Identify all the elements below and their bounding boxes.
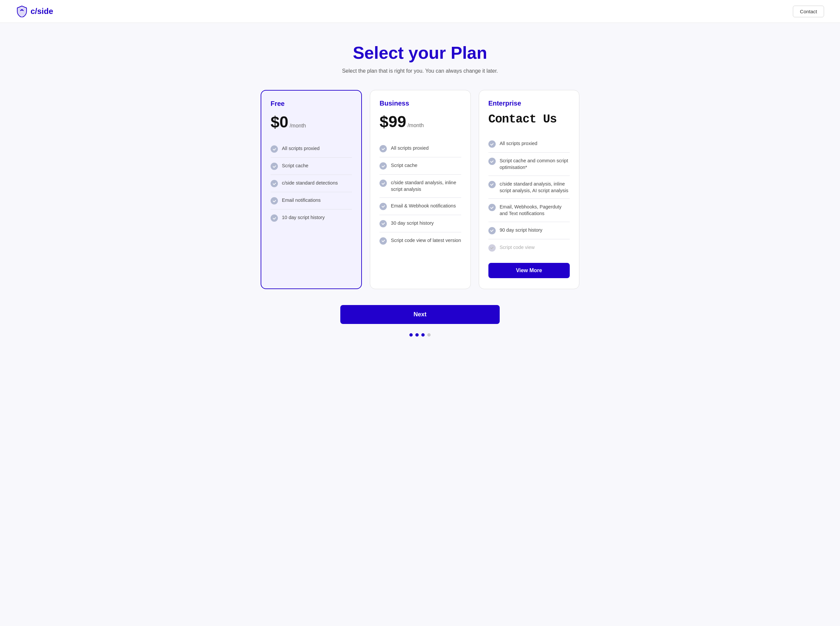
feature-item: Email notifications [271,192,352,210]
progress-dot-1 [409,333,413,336]
feature-check-icon [488,158,496,165]
plan-card-business[interactable]: Business$99/monthAll scripts proxiedScri… [370,90,470,289]
plans-container: Free$0/monthAll scripts proxiedScript ca… [261,90,579,289]
feature-item: Script cache [271,158,352,175]
feature-check-icon [488,244,496,252]
feature-item: Script code view [488,239,570,256]
feature-text: Email, Webhooks, Pagerduty and Text noti… [500,203,570,217]
feature-check-icon [379,180,387,187]
feature-check-icon [271,214,278,222]
feature-text: Script cache [282,162,309,169]
plan-price-free: $0/month [271,113,352,131]
view-more-button[interactable]: View More [488,263,570,278]
feature-item: Script cache and common script optimisat… [488,153,570,176]
plan-card-free[interactable]: Free$0/monthAll scripts proxiedScript ca… [261,90,362,289]
feature-item: All scripts proxied [271,141,352,158]
feature-item: Email, Webhooks, Pagerduty and Text noti… [488,199,570,222]
feature-text: 90 day script history [500,227,542,233]
plan-name-free: Free [271,100,352,108]
feature-check-icon [271,197,278,205]
features-list-enterprise: All scripts proxiedScript cache and comm… [488,135,570,256]
feature-check-icon [488,141,496,148]
feature-item: All scripts proxied [488,135,570,153]
feature-check-icon [271,180,278,187]
plan-price-enterprise: Contact Us [488,113,570,126]
feature-check-icon [379,162,387,170]
feature-item: Script code view of latest version [379,232,461,249]
feature-text: Script code view of latest version [391,237,461,244]
feature-check-icon [379,237,387,245]
feature-item: Email & Webhook notifications [379,198,461,215]
progress-dot-2 [415,333,418,336]
feature-text: c/side standard analysis, inline script … [500,181,570,194]
plan-card-enterprise[interactable]: EnterpriseContact UsAll scripts proxiedS… [479,90,579,289]
feature-check-icon [379,203,387,210]
main-content: Select your Plan Select the plan that is… [0,23,840,350]
plan-name-business: Business [379,100,461,107]
feature-check-icon [379,220,387,227]
feature-check-icon [271,146,278,153]
feature-text: Script code view [500,244,535,250]
plan-name-enterprise: Enterprise [488,100,570,107]
feature-check-icon [488,181,496,188]
feature-item: All scripts proxied [379,140,461,157]
plan-price-business: $99/month [379,113,461,131]
feature-item: c/side standard analysis, inline script … [379,175,461,198]
feature-item: c/side standard detections [271,175,352,192]
feature-text: 10 day script history [282,214,325,221]
svg-point-0 [21,9,23,11]
page-subtitle: Select the plan that is right for you. Y… [342,68,498,74]
feature-text: Email notifications [282,197,321,203]
next-button[interactable]: Next [340,305,500,324]
feature-text: All scripts proxied [391,145,429,151]
progress-dot-4 [427,333,431,336]
logo[interactable]: c/side [16,5,53,17]
feature-item: 30 day script history [379,215,461,232]
progress-dots [409,333,431,336]
feature-check-icon [379,145,387,152]
feature-text: c/side standard analysis, inline script … [391,179,461,193]
feature-item: Script cache [379,157,461,175]
feature-check-icon [488,204,496,211]
page-title: Select your Plan [353,43,487,63]
feature-text: Email & Webhook notifications [391,202,456,209]
feature-text: All scripts proxied [500,140,538,147]
feature-text: All scripts proxied [282,145,320,152]
logo-text: c/side [31,7,53,16]
logo-icon [16,5,28,17]
feature-check-icon [488,227,496,234]
progress-dot-3 [422,333,425,336]
feature-item: c/side standard analysis, inline script … [488,176,570,199]
features-list-business: All scripts proxiedScript cachec/side st… [379,140,461,249]
feature-text: c/side standard detections [282,180,338,186]
contact-button[interactable]: Contact [793,6,824,17]
feature-check-icon [271,163,278,170]
feature-text: Script cache and common script optimisat… [500,157,570,171]
feature-item: 90 day script history [488,222,570,239]
feature-item: 10 day script history [271,210,352,226]
header: c/side Contact [0,0,840,23]
features-list-free: All scripts proxiedScript cachec/side st… [271,141,352,226]
feature-text: Script cache [391,162,417,169]
feature-text: 30 day script history [391,220,434,226]
